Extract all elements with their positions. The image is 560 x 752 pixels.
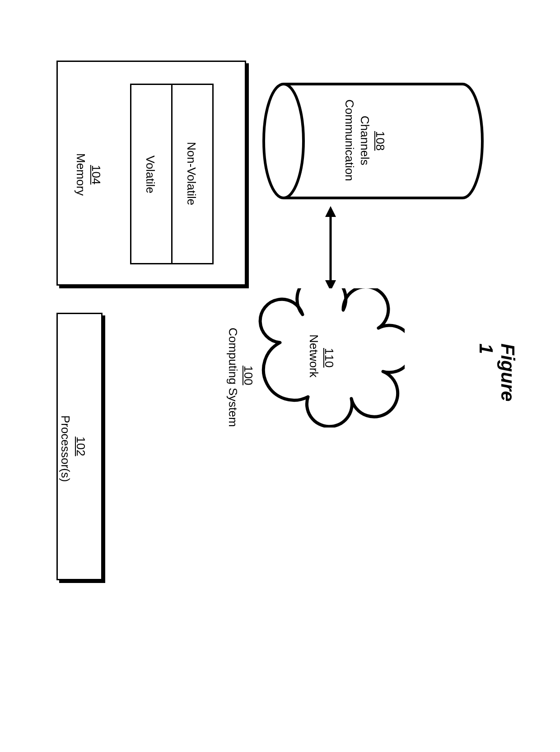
memory-nonvolatile-label: Non-Volatile xyxy=(184,142,199,205)
figure-caption: Figure 1 xyxy=(475,343,518,401)
memory-volatile-label: Volatile xyxy=(143,155,158,193)
memory-title: Memory xyxy=(74,153,89,196)
system-title: Computing System xyxy=(226,328,241,427)
processor-ref: 102 xyxy=(74,437,89,456)
channels-title-2: Channels xyxy=(358,116,373,165)
memory-ref: 104 xyxy=(89,165,104,184)
network-ref: 110 xyxy=(322,348,337,367)
channels-ref: 108 xyxy=(373,131,388,150)
arrow-channels-network xyxy=(322,205,340,292)
svg-point-0 xyxy=(264,84,303,198)
channels-title-1: Communication xyxy=(342,99,357,181)
processor-title: Processor(s) xyxy=(58,415,73,482)
svg-marker-2 xyxy=(325,206,336,217)
network-title: Network xyxy=(307,334,322,377)
figure-canvas: Figure 1 Computing System 100 Processor(… xyxy=(0,0,560,752)
